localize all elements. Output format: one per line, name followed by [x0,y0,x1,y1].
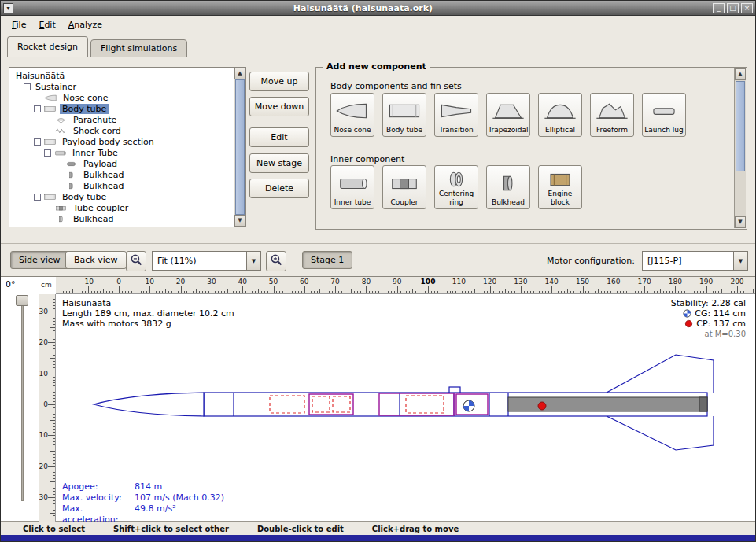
launch-lug-outline[interactable] [449,387,460,393]
menu-file[interactable]: File [6,17,32,32]
flight-data-value: 107 m/s (Mach 0.32) [135,492,224,503]
side-view-button[interactable]: Side view [10,251,69,269]
back-view-button[interactable]: Back view [65,251,127,269]
flight-data-value: 814 m [135,481,162,492]
component-button-inner-tube[interactable]: Inner tube [330,165,374,209]
component-button-engine-block[interactable]: Engine block [538,165,582,209]
edit-button[interactable]: Edit [249,127,309,147]
tree-item-body-tube[interactable]: −Body tube [10,103,233,114]
delete-button[interactable]: Delete [249,179,309,198]
tree-item-haisun-t[interactable]: Haisunäätä [10,70,233,81]
rotation-slider-thumb[interactable] [16,295,28,306]
menu-edit[interactable]: Edit [32,17,61,32]
maximize-button[interactable]: □ [727,3,739,13]
ruler-tick [691,289,691,294]
tree-item-inner-tube[interactable]: −Inner Tube [10,147,233,158]
ruler-tick [212,286,212,294]
ruler-tick [53,515,55,516]
innertube-icon [332,168,373,198]
ruler-tick [50,327,55,328]
ruler-tick [598,289,599,294]
tree-expander-icon[interactable]: − [24,83,31,90]
ruler-tick [737,286,738,294]
component-button-elliptical[interactable]: Elliptical [538,93,582,137]
component-scrollbar[interactable]: ▲ ▼ [734,68,746,228]
tree-item-tube-coupler[interactable]: Tube coupler [10,202,233,213]
zoom-in-button[interactable] [266,251,286,271]
tree-item-payload-body-section[interactable]: −Payload body section [10,136,233,147]
nose-cone-outline[interactable] [94,393,204,416]
scrollbar-thumb[interactable] [235,79,245,215]
minimize-button[interactable]: _ [713,3,725,13]
window-menu-icon[interactable]: ▾ [3,3,13,13]
tab-rocket-design[interactable]: Rocket design [7,36,88,57]
component-button-label: Trapezoidal [488,126,528,134]
ruler-tick [644,286,645,294]
zoom-out-button[interactable] [126,251,146,271]
ruler-tick [48,497,55,498]
motor-config-combobox[interactable]: [J115-P] ▼ [642,251,748,271]
ruler-tick [53,500,55,501]
scroll-down-icon[interactable]: ▼ [234,215,245,227]
tree-item-shock-cord[interactable]: Shock cord [10,125,233,136]
component-button-coupler[interactable]: Coupler [382,165,426,209]
scroll-down-icon[interactable]: ▼ [735,216,746,228]
tree-expander-icon[interactable]: − [34,138,41,146]
bodytube-icon [384,96,425,126]
ruler-tick [53,348,55,349]
coupler-icon [384,168,425,198]
component-button-bulkhead[interactable]: Bulkhead [486,165,530,209]
tree-item-body-tube[interactable]: −Body tube [10,191,233,202]
component-button-trapezoidal[interactable]: Trapezoidal [486,93,530,137]
zoom-combobox[interactable]: Fit (11%) ▼ [152,251,261,271]
component-button-nose-cone[interactable]: Nose cone [330,93,374,137]
ruler-tick [53,429,55,430]
motor-nozzle [699,397,707,411]
tree-item-nose-cone[interactable]: Nose cone [10,92,233,103]
close-button[interactable]: × [741,3,753,13]
fin-bottom[interactable] [607,416,714,450]
tree-item-bulkhead[interactable]: Bulkhead [10,180,233,191]
tree-item-bulkhead[interactable]: Bulkhead [10,169,233,180]
menu-analyze[interactable]: Analyze [62,17,109,32]
ruler-tick [382,289,382,294]
tree-scrollbar[interactable]: ▲ ▼ [234,68,245,227]
tree-item-parachute[interactable]: Parachute [10,114,233,125]
scroll-up-icon[interactable]: ▲ [234,68,245,79]
component-button-launch-lug[interactable]: Launch lug [642,93,686,137]
nosecone-icon [44,94,57,102]
ruler-label: 60 [300,278,308,286]
tree-item-payload[interactable]: Payload [10,158,233,169]
cg-text: CG: 114 cm [695,308,746,319]
move-up-button[interactable]: Move up [249,72,309,91]
chevron-down-icon: ▼ [733,252,747,270]
component-button-centering-ring[interactable]: Centering ring [434,165,478,209]
component-button-freeform[interactable]: Freeform [590,93,634,137]
cp-text: CP: 137 cm [696,319,746,329]
scroll-up-icon[interactable]: ▲ [735,68,746,80]
tab-flight-simulations[interactable]: Flight simulations [90,39,187,57]
innertube-icon [53,149,67,157]
ruler-tick [48,374,55,374]
component-button-label: Launch lug [644,126,683,134]
ruler-tick [567,289,568,294]
component-button-label: Transition [439,126,474,134]
fin-top[interactable] [607,355,714,393]
rotation-slider[interactable] [21,300,24,501]
tree-expander-icon[interactable]: − [44,149,51,157]
component-button-transition[interactable]: Transition [434,93,478,137]
tab-bar: Rocket designFlight simulations [1,33,755,57]
component-button-body-tube[interactable]: Body tube [382,93,426,137]
ruler-tick [53,398,55,399]
titlebar[interactable]: ▾ Haisunäätä (haisunaata.ork) _ □ × [1,1,755,16]
ruler-tick [48,466,55,467]
motor-config-label: Motor configuration: [547,256,635,266]
tree-item-sustainer[interactable]: −Sustainer [10,81,233,92]
stage-1-button[interactable]: Stage 1 [302,251,352,269]
tree-item-bulkhead[interactable]: Bulkhead [10,213,233,224]
tree-expander-icon[interactable]: − [34,105,41,112]
new-stage-button[interactable]: New stage [249,153,309,173]
move-down-button[interactable]: Move down [249,97,309,116]
scrollbar-thumb[interactable] [736,81,745,171]
tree-expander-icon[interactable]: − [34,194,41,201]
